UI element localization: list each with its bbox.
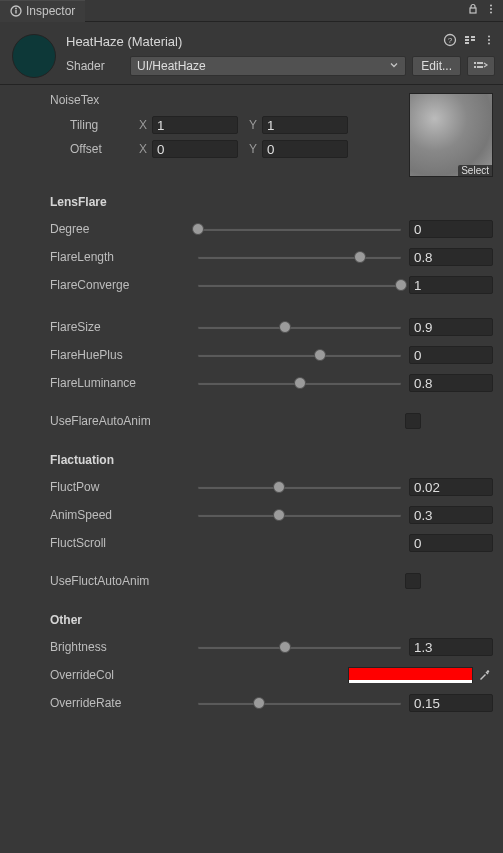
offset-x-input[interactable] [152,140,238,158]
overriderate-slider[interactable] [198,695,401,711]
edit-label: Edit... [421,59,452,73]
overriderate-label: OverrideRate [50,696,198,710]
degree-label: Degree [50,222,198,236]
svg-rect-13 [465,42,469,44]
material-name: HeatHaze (Material) [66,34,182,49]
flarelength-slider[interactable] [198,249,401,265]
header-more-icon[interactable] [483,34,495,49]
shader-dropdown[interactable]: UI/HeatHaze [130,56,406,76]
tiling-y-input[interactable] [262,116,348,134]
flareconverge-slider[interactable] [198,277,401,293]
material-preview-sphere[interactable] [12,34,56,78]
noisetex-texture-slot[interactable]: Select [409,93,493,177]
offset-y-input[interactable] [262,140,348,158]
offset-x-label: X [134,142,152,156]
shader-label: Shader [66,59,124,73]
svg-point-4 [490,5,492,7]
animspeed-slider[interactable] [198,507,401,523]
chevron-down-icon [389,59,399,73]
overridecol-swatch[interactable] [348,667,473,683]
fluctscroll-spacer [198,535,401,551]
svg-rect-17 [474,62,476,64]
tiling-y-label: Y [244,118,262,132]
titlebar: Inspector [0,0,503,22]
render-queue-button[interactable] [467,56,495,76]
svg-point-14 [488,35,490,37]
tiling-x-input[interactable] [152,116,238,134]
animspeed-input[interactable] [409,506,493,524]
tiling-label: Tiling [50,118,134,132]
inspector-tab-label: Inspector [26,4,75,18]
flaresize-label: FlareSize [50,320,198,334]
presets-icon[interactable] [463,33,477,50]
fluctpow-label: FluctPow [50,480,198,494]
more-icon[interactable] [485,3,497,18]
useflareautoanim-label: UseFlareAutoAnim [50,414,151,428]
svg-point-5 [490,8,492,10]
degree-input[interactable] [409,220,493,238]
brightness-label: Brightness [50,640,198,654]
flareconverge-input[interactable] [409,276,493,294]
svg-rect-11 [471,36,475,38]
fluctpow-slider[interactable] [198,479,401,495]
noisetex-row: NoiseTex Tiling X Y Offset X Y Select [50,93,493,177]
svg-point-6 [490,12,492,14]
fluctpow-input[interactable] [409,478,493,496]
svg-point-2 [15,8,17,10]
brightness-input[interactable] [409,638,493,656]
brightness-slider[interactable] [198,639,401,655]
offset-y-label: Y [244,142,262,156]
other-section-title: Other [50,613,493,627]
flareluminance-input[interactable] [409,374,493,392]
lensflare-section-title: LensFlare [50,195,493,209]
flarelength-input[interactable] [409,248,493,266]
fluctscroll-label: FluctScroll [50,536,198,550]
useflareautoanim-checkbox[interactable] [405,413,421,429]
svg-rect-3 [470,8,476,13]
texture-select-label: Select [458,165,492,176]
help-icon[interactable]: ? [443,33,457,50]
eyedropper-icon[interactable] [475,668,493,682]
usefluctautoanim-label: UseFluctAutoAnim [50,574,149,588]
svg-rect-20 [477,66,483,68]
fluctscroll-input[interactable] [409,534,493,552]
overridecol-alpha [349,680,472,683]
flarehueplus-label: FlareHuePlus [50,348,198,362]
flaresize-slider[interactable] [198,319,401,335]
svg-rect-10 [465,39,469,41]
svg-point-16 [488,42,490,44]
material-header: HeatHaze (Material) ? Shader UI/HeatH [0,22,503,85]
svg-point-15 [488,39,490,41]
svg-rect-12 [471,39,475,41]
tiling-x-label: X [134,118,152,132]
noisetex-label: NoiseTex [50,93,405,107]
shader-value: UI/HeatHaze [137,59,206,73]
flareconverge-label: FlareConverge [50,278,198,292]
flarehueplus-slider[interactable] [198,347,401,363]
flareluminance-label: FlareLuminance [50,376,198,390]
inspector-tab[interactable]: Inspector [0,0,85,22]
svg-point-21 [487,670,489,672]
animspeed-label: AnimSpeed [50,508,198,522]
svg-text:?: ? [448,36,453,45]
svg-rect-18 [477,62,483,64]
flarehueplus-input[interactable] [409,346,493,364]
svg-rect-1 [15,10,16,14]
edit-shader-button[interactable]: Edit... [412,56,461,76]
usefluctautoanim-checkbox[interactable] [405,573,421,589]
overridecol-label: OverrideCol [50,668,198,682]
svg-rect-19 [474,66,476,68]
lock-icon[interactable] [467,3,479,18]
flarelength-label: FlareLength [50,250,198,264]
flareluminance-slider[interactable] [198,375,401,391]
flaresize-input[interactable] [409,318,493,336]
svg-rect-9 [465,36,469,38]
degree-slider[interactable] [198,221,401,237]
overriderate-input[interactable] [409,694,493,712]
info-icon [10,5,22,17]
offset-label: Offset [50,142,134,156]
flactuation-section-title: Flactuation [50,453,493,467]
